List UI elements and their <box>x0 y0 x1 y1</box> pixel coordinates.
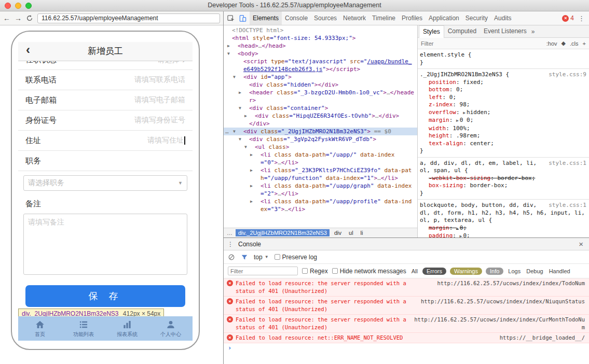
css-source-link[interactable]: style.css:9 <box>549 71 588 79</box>
breadcrumb-item[interactable]: div._2UgjIHZbMRO2N1Bm32eNS3 <box>236 229 330 236</box>
device-toolbar-icon[interactable] <box>237 13 248 23</box>
tree-node[interactable]: <div class="hidden"></div> <box>224 81 417 89</box>
style-property[interactable]: margin: ▶0; <box>420 225 588 233</box>
style-property[interactable]: z-index: 98; <box>420 101 588 109</box>
clear-console-icon[interactable] <box>228 254 235 261</box>
tabbar-item-chart[interactable]: 报表系统 <box>105 316 149 341</box>
styles-tab-styles[interactable]: Styles <box>419 25 444 38</box>
tree-node[interactable]: ▶<li class data-path="/uapp/" data-index… <box>224 151 417 166</box>
tree-node[interactable]: ▶<head>…</head> <box>224 42 417 50</box>
form-row[interactable]: 身份证号请填写身份证号 <box>18 110 193 131</box>
zoom-window-button[interactable] <box>25 3 32 9</box>
error-source-link[interactable]: http://116.62.25.57/ucows/index/index/Cu… <box>411 316 585 331</box>
new-style-rule-button[interactable]: + <box>583 40 586 47</box>
hide-network-checkbox[interactable] <box>332 268 338 274</box>
filter-funnel-icon[interactable] <box>241 254 248 261</box>
note-textarea[interactable]: 请填写备注 <box>23 214 187 275</box>
expand-arrow-icon[interactable]: ▶ <box>255 198 261 205</box>
tree-node[interactable]: ▶<li class data-path="/uapp/profile" dat… <box>224 198 417 213</box>
tree-node[interactable]: ▶<div class="HipqUZE6R34fOEs-tOvhb">…</d… <box>224 112 417 120</box>
tree-node[interactable]: <script type="text/javascript" src="/uap… <box>224 58 417 73</box>
expand-arrow-icon[interactable]: ▶ <box>456 118 459 123</box>
form-row[interactable]: 住址请填写住址 <box>18 131 193 151</box>
form-row-status[interactable]: 任职状态 请选择 › <box>18 61 193 70</box>
collapse-arrow-icon[interactable]: ▼ <box>244 135 249 143</box>
console-level-handled[interactable]: Handled <box>548 268 571 275</box>
console-level-warnings[interactable]: Warnings <box>450 268 482 275</box>
console-drawer-tab[interactable]: Console <box>238 241 261 248</box>
tree-node[interactable]: <!DOCTYPE html> <box>224 26 417 34</box>
tree-node[interactable]: ▶<li class data-path="/uapp/graph" data-… <box>224 182 417 198</box>
forward-button[interactable]: → <box>15 15 22 22</box>
devtools-menu-icon[interactable]: ⋮ <box>576 15 587 22</box>
console-filter-input[interactable] <box>228 267 298 275</box>
tab-elements[interactable]: Elements <box>250 11 282 25</box>
tab-timeline[interactable]: Timeline <box>369 11 399 25</box>
back-chevron-icon[interactable]: ‹ <box>26 43 30 57</box>
breadcrumb-item[interactable]: div <box>332 229 344 236</box>
tab-profiles[interactable]: Profiles <box>399 11 426 25</box>
breadcrumb-item[interactable]: ul <box>346 229 356 236</box>
expand-arrow-icon[interactable]: ▶ <box>463 110 465 115</box>
style-property[interactable]: bottom: 0; <box>420 86 588 94</box>
collapse-arrow-icon[interactable]: ▼ <box>244 104 249 112</box>
expand-arrow-icon[interactable]: ▶ <box>255 151 261 159</box>
style-property[interactable]: width: 100%; <box>420 125 588 133</box>
form-row[interactable]: 联系电话请填写联系电话 <box>18 70 193 90</box>
styles-tab-computed[interactable]: Computed <box>444 25 480 37</box>
drawer-menu-icon[interactable]: ⋮ <box>227 241 234 248</box>
tab-console[interactable]: Console <box>282 11 311 25</box>
tab-security[interactable]: Security <box>462 11 491 25</box>
breadcrumb-item[interactable]: li <box>358 229 366 236</box>
css-source-link[interactable]: style.css:1 <box>549 160 588 167</box>
save-button[interactable]: 保 存 <box>25 285 185 307</box>
style-property[interactable]: left: 0; <box>420 94 588 102</box>
tab-network[interactable]: Network <box>340 11 369 25</box>
inspect-element-icon[interactable] <box>225 13 237 23</box>
expand-arrow-icon[interactable]: ▶ <box>250 112 255 120</box>
collapse-arrow-icon[interactable]: ▼ <box>232 50 238 58</box>
class-toggle[interactable]: .cls <box>570 40 579 47</box>
css-source-link[interactable]: style.css:1 <box>549 202 588 209</box>
state-diamond-icon[interactable]: ◆ <box>561 40 566 47</box>
console-level-all[interactable]: All <box>410 268 419 275</box>
tree-node[interactable]: ▼<ul class> <box>224 143 417 151</box>
expand-arrow-icon[interactable]: ▶ <box>255 166 261 174</box>
regex-checkbox[interactable] <box>302 268 308 274</box>
close-window-button[interactable] <box>5 3 11 9</box>
style-property[interactable]: overflow: ▶hidden; <box>420 109 588 117</box>
style-property[interactable]: box-sizing: border-box; <box>420 182 588 190</box>
tree-node[interactable]: ▶<header class="_3-bzgcD2U-Hmb0n-1o0_vc"… <box>224 89 417 104</box>
form-row[interactable]: 电子邮箱请填写电子邮箱 <box>18 90 193 110</box>
error-source-link[interactable]: https://__bridge_loaded__/ <box>411 334 585 342</box>
tree-node[interactable]: …▼<div class="_2UgjIHZbMRO2N1Bm32eNS3"> … <box>224 128 417 135</box>
tabbar-item-home[interactable]: 首页 <box>18 316 62 341</box>
hide-network-toggle[interactable]: Hide network messages <box>332 268 406 275</box>
execution-context-selector[interactable]: top ▼ <box>254 254 269 261</box>
styles-filter-input[interactable] <box>421 40 543 47</box>
collapse-arrow-icon[interactable]: ▼ <box>238 73 243 81</box>
preserve-log-toggle[interactable]: Preserve log <box>275 254 317 261</box>
error-badge[interactable]: × 4 <box>562 15 576 22</box>
error-source-link[interactable]: http://116.62.25.57/ucows/index/index/To… <box>411 279 585 287</box>
expand-arrow-icon[interactable]: ▶ <box>244 89 249 96</box>
breadcrumb-overflow[interactable]: … <box>226 230 234 236</box>
collapse-arrow-icon[interactable]: ▼ <box>250 143 255 151</box>
console-level-debug[interactable]: Debug <box>525 268 544 275</box>
tree-node[interactable]: ▼<div class="_3gVp2q2FyskWtR6VP_dTdb"> <box>224 135 417 143</box>
tree-node[interactable]: ▼<div class="container"> <box>224 104 417 112</box>
style-property[interactable]: text-align: center; <box>420 140 588 148</box>
collapse-arrow-icon[interactable]: ▼ <box>238 128 243 135</box>
close-drawer-icon[interactable]: × <box>577 240 585 248</box>
console-prompt[interactable]: › <box>224 343 589 353</box>
pseudo-state-toggle[interactable]: :hov <box>546 40 557 47</box>
style-property[interactable]: -webkit-box-sizing: border-box; <box>420 175 588 183</box>
expand-arrow-icon[interactable]: ▶ <box>456 226 459 231</box>
style-property[interactable]: position: fixed; <box>420 79 588 87</box>
style-property[interactable]: margin: ▶0 0; <box>420 117 588 125</box>
minimize-window-button[interactable] <box>15 3 21 9</box>
tree-node[interactable]: ▼<div id="app"> <box>224 73 417 81</box>
style-property[interactable]: height: .98rem; <box>420 132 588 140</box>
console-level-errors[interactable]: Errors <box>422 268 446 275</box>
expand-arrow-icon[interactable]: ▶ <box>232 42 238 50</box>
